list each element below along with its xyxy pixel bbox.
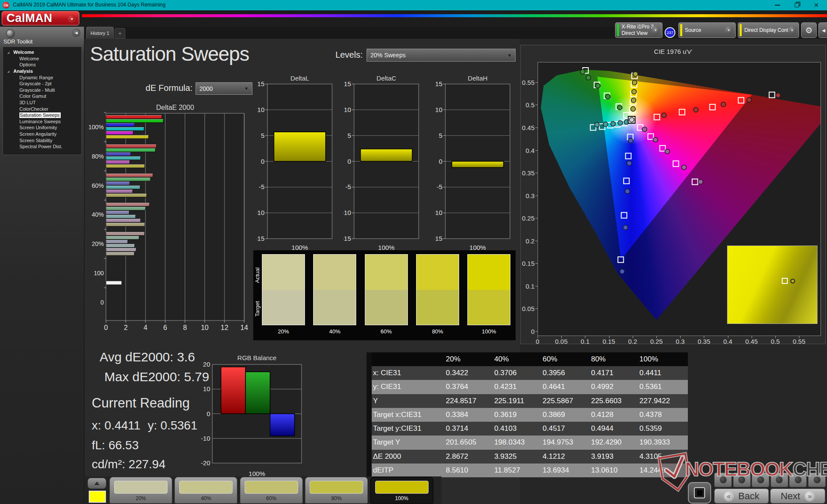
sidebar-item-grayscale-2pt[interactable]: Grayscale - 2pt [3,81,81,87]
next-button[interactable]: Next » [770,488,825,504]
table-cell: 0.4944 [591,422,639,436]
table-header-row: 20%40%60%80%100% [367,352,688,366]
measure-control-button[interactable] [771,473,788,487]
svg-text:15: 15 [435,80,442,87]
compare-swatch-label: 100% [467,328,510,335]
table-cell: 13.6934 [543,464,591,477]
sidebar-item-saturation-sweeps[interactable]: Saturation Sweeps [3,112,81,118]
table-cell: 3.9325 [494,450,542,464]
y-tick-label: 0.2 [517,237,535,244]
measure-control-button[interactable] [808,473,826,487]
sidebar-item-label: 3D LUT [19,100,36,105]
chevron-down-icon: ▼ [507,53,512,58]
sidebar-item-color-gamut[interactable]: Color Gamut [3,93,81,100]
chevron-down-icon: ▼ [244,86,249,91]
measure-control-button[interactable] [714,473,732,487]
meter-dropdown[interactable]: X-Rite i1Pro 2Direct View ▼ [615,22,662,38]
strip-expand-button[interactable] [87,478,106,489]
measure-control-button[interactable] [752,473,769,487]
source-dropdown[interactable]: Source ▼ [678,22,736,38]
sidebar-item-screen-angularity[interactable]: Screen Angularity [3,131,81,137]
levels-dropdown[interactable]: 20% Sweeps▼ [367,49,516,62]
sidebar-item-luminance-sweeps[interactable]: Luminance Sweeps [3,118,81,125]
compare-swatch-60% [365,254,408,325]
sidebar-item-label: Analysis [13,68,33,74]
sidebar-item-grayscale-multi[interactable]: Grayscale - Multi [3,87,81,93]
back-button[interactable]: « Back [714,488,769,504]
display-control-dropdown[interactable]: Direct Display Control ▼ [738,22,799,38]
svg-text:6: 6 [163,324,167,331]
row-label: ΔE 2000 [372,450,446,464]
window-titlebar: CM CalMAN 2019 CalMAN Ultimate for Busin… [0,0,827,10]
sidebar-item-screen-uniformity[interactable]: Screen Uniformity [3,124,81,131]
sidebar-item-label: Spectral Power Dist. [19,144,62,149]
maximize-button[interactable] [790,0,804,10]
table-corner [367,352,372,366]
sample-button-60%[interactable]: 60% [240,477,303,504]
tree-expander-icon[interactable]: ◢ [7,51,9,54]
table-cell: 0.3869 [543,408,591,422]
sidebar-item-options[interactable]: Options [3,62,81,68]
y-tick-label: 0.5 [517,101,535,109]
tab-history-1[interactable]: History 1 [86,27,114,39]
sidebar-item-screen-stability[interactable]: Screen Stability [3,137,81,143]
compare-swatch-label: 40% [313,328,356,335]
svg-text:2: 2 [124,324,127,331]
row-label: x: CIE31 [372,366,446,380]
svg-text:-10: -10 [343,209,351,216]
sidebar-item-label: Grayscale - Multi [19,87,55,93]
tree-expander-icon[interactable]: ◢ [7,70,9,73]
calman-logo-text: CalMAN [2,12,53,25]
table-cell: 0.5361 [640,380,688,394]
add-tab-button[interactable]: + [115,28,125,39]
inset-measured-marker [790,279,795,283]
settings-button[interactable]: ⚙ [801,22,817,38]
svg-text:10: 10 [257,106,264,113]
svg-text:5: 5 [261,132,264,139]
svg-text:8: 8 [183,324,187,331]
svg-text:4: 4 [143,324,147,331]
sidebar-item-colorchecker[interactable]: ColorChecker [3,106,81,112]
actual-swatch [314,255,356,290]
sidebar-item-welcome[interactable]: ◢Welcome [3,49,81,56]
sidebar-item-welcome[interactable]: Welcome [3,56,81,62]
sample-button-100%[interactable]: 100% [370,477,433,504]
measure-control-button[interactable] [733,473,751,487]
control-icon [776,476,783,483]
svg-text:0: 0 [104,324,108,331]
svg-text:20: 20 [203,361,210,368]
y-tick [535,286,538,286]
sidebar-item-spectral-power-dist-[interactable]: Spectral Power Dist. [3,143,81,150]
x-tick-label: 0.1 [581,338,590,345]
active-patch-swatch[interactable] [89,491,106,503]
sample-button-40%[interactable]: 40% [174,477,237,504]
svg-text:-10: -10 [257,209,264,216]
minimize-button[interactable] [770,0,785,10]
de-formula-dropdown[interactable]: 2000▼ [196,82,252,95]
cie-1976-panel: CIE 1976 u'v' 00.050.10.150.20.250.30.35… [520,45,826,344]
svg-text:-15: -15 [257,235,264,242]
workflow-status-icon[interactable] [6,29,15,38]
y-tick [535,82,538,83]
table-cell: 225.5867 [543,394,591,408]
sidebar-collapse-icon[interactable]: ◀ [72,28,81,37]
sidebar-item-analysis[interactable]: ◢Analysis [3,68,81,75]
delta-h-chart: DeltaH151050-5-10-15100% [435,74,521,255]
close-button[interactable]: ✕ [809,0,824,10]
calman-logo-menu[interactable]: CalMAN ▼ [2,11,79,25]
sample-label: 40% [175,495,237,501]
y-tick-label: 0.1 [517,282,535,289]
stop-button[interactable] [688,482,711,504]
table-cell: 8.5610 [446,464,494,477]
sample-button-20%[interactable]: 20% [109,477,172,504]
svg-text:0: 0 [261,158,264,165]
sidebar-item-3d-lut[interactable]: 3D LUT [3,100,81,106]
sample-button-80%[interactable]: 80% [305,477,368,504]
saturation-data-table: 20%40%60%80%100%x: CIE310.34220.37060.39… [367,352,688,477]
table-cell: 0.4128 [591,408,639,422]
sidebar-item-dynamic-range[interactable]: Dynamic Range [3,74,81,81]
y-tick-label: 0.3 [517,192,535,199]
table-column-header: 60% [543,352,591,366]
measure-control-button[interactable] [789,473,807,487]
panel-collapse-button[interactable]: ◀ [818,22,827,38]
